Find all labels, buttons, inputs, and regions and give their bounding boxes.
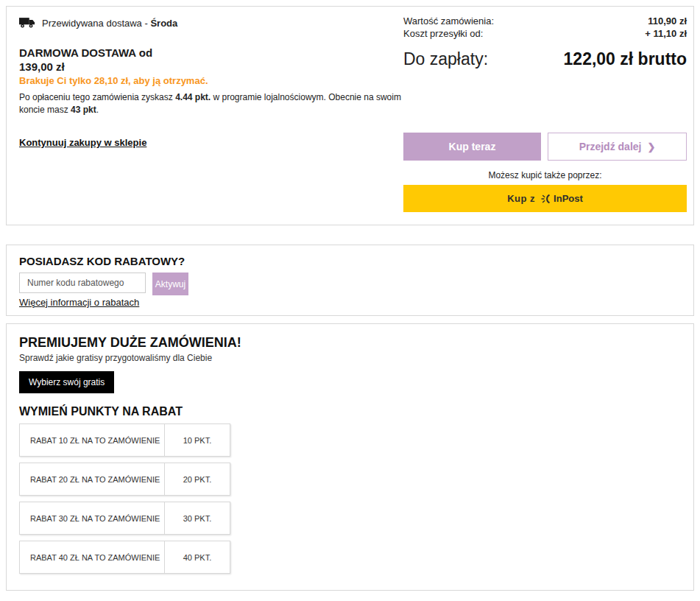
- discount-code-title: POSIADASZ KOD RABATOWY?: [19, 255, 185, 267]
- shipping-cost-value: + 11,10 zł: [645, 28, 687, 39]
- activate-code-button[interactable]: Aktywuj: [152, 273, 188, 295]
- checkout-buttons-row: Kup teraz Przejdź dalej ❯: [403, 133, 687, 161]
- points-options-list: RABAT 10 ZŁ NA TO ZAMÓWIENIE 10 PKT. RAB…: [19, 423, 230, 580]
- delivery-info: Przewidywana dostawa - Środa: [19, 17, 177, 29]
- rewards-subtitle: Sprawdź jakie gratisy przygotowaliśmy dl…: [19, 353, 212, 363]
- order-value: 110,90 zł: [648, 15, 687, 27]
- total-row: Do zapłaty: 122,00 zł brutto: [403, 49, 687, 69]
- loyalty-points-earned: 4.44 pkt.: [175, 92, 211, 102]
- rewards-title: PREMIUJEMY DUŻE ZAMÓWIENIA!: [19, 335, 241, 351]
- points-option-row[interactable]: RABAT 10 ZŁ NA TO ZAMÓWIENIE 10 PKT.: [19, 423, 230, 457]
- chevron-right-icon: ❯: [647, 142, 655, 152]
- proceed-button[interactable]: Przejdź dalej ❯: [548, 133, 687, 161]
- loyalty-text-after: .: [96, 105, 99, 115]
- proceed-label: Przejdź dalej: [579, 141, 642, 152]
- rebate-points: 20 PKT.: [165, 463, 230, 495]
- buy-with-inpost-button[interactable]: Kup z InPost: [403, 185, 687, 212]
- delivery-day: Środa: [150, 18, 177, 29]
- rebate-label: RABAT 20 ZŁ NA TO ZAMÓWIENIE: [20, 463, 165, 495]
- missing-amount-note: Brakuje Ci tylko 28,10 zł, aby ją otrzym…: [19, 75, 208, 86]
- points-option-row[interactable]: RABAT 20 ZŁ NA TO ZAMÓWIENIE 20 PKT.: [19, 463, 230, 496]
- order-value-label: Wartość zamówienia:: [403, 15, 494, 27]
- rewards-card: PREMIUJEMY DUŻE ZAMÓWIENIA! Sprawdź jaki…: [6, 323, 694, 591]
- inpost-brand-text: InPost: [554, 193, 583, 204]
- discount-code-row: Aktywuj: [19, 273, 188, 295]
- rebate-points: 40 PKT.: [165, 541, 230, 573]
- rebate-points: 30 PKT.: [165, 502, 230, 534]
- discount-code-input[interactable]: [19, 273, 146, 293]
- choose-gift-button[interactable]: Wybierz swój gratis: [19, 371, 114, 393]
- shipping-cost-row: Koszt przesyłki od: + 11,10 zł: [403, 28, 687, 39]
- order-summary-card: Przewidywana dostawa - Środa DARMOWA DOS…: [6, 6, 694, 225]
- total-label: Do zapłaty:: [403, 49, 488, 69]
- rebate-points: 10 PKT.: [165, 424, 230, 456]
- points-option-row[interactable]: RABAT 30 ZŁ NA TO ZAMÓWIENIE 30 PKT.: [19, 502, 230, 535]
- free-shipping-amount: 139,00 zł: [19, 60, 65, 73]
- alternative-payment-note: Możesz kupić także poprzez:: [403, 170, 687, 180]
- continue-shopping-link[interactable]: Kontynuuj zakupy w sklepie: [19, 137, 146, 148]
- buy-now-button[interactable]: Kup teraz: [403, 133, 541, 161]
- points-option-row[interactable]: RABAT 40 ZŁ NA TO ZAMÓWIENIE 40 PKT.: [19, 541, 230, 574]
- total-value: 122,00 zł brutto: [564, 49, 687, 69]
- delivery-text: Przewidywana dostawa - Środa: [42, 18, 177, 29]
- loyalty-points-balance: 43 pkt: [71, 105, 96, 115]
- delivery-label: Przewidywana dostawa -: [42, 18, 148, 29]
- exchange-points-title: WYMIEŃ PUNKTY NA RABAT: [19, 405, 183, 418]
- discount-code-card: POSIADASZ KOD RABATOWY? Aktywuj Więcej i…: [6, 245, 694, 316]
- inpost-starburst-icon: [541, 193, 553, 205]
- discount-info-link[interactable]: Więcej informacji o rabatach: [19, 297, 139, 308]
- shipping-cost-label: Koszt przesyłki od:: [403, 28, 483, 39]
- truck-icon: [19, 17, 35, 29]
- rebate-label: RABAT 30 ZŁ NA TO ZAMÓWIENIE: [20, 502, 165, 534]
- loyalty-text-before: Po opłaceniu tego zamówienia zyskasz: [19, 92, 175, 102]
- order-value-row: Wartość zamówienia: 110,90 zł: [403, 15, 687, 27]
- inpost-button-label: Kup z: [507, 193, 535, 204]
- rebate-label: RABAT 10 ZŁ NA TO ZAMÓWIENIE: [20, 424, 165, 456]
- free-shipping-title: DARMOWA DOSTAWA od: [19, 46, 152, 59]
- loyalty-program-note: Po opłaceniu tego zamówienia zyskasz 4.4…: [19, 91, 409, 117]
- rebate-label: RABAT 40 ZŁ NA TO ZAMÓWIENIE: [20, 541, 165, 573]
- inpost-logo: InPost: [541, 193, 583, 205]
- checkout-page: Przewidywana dostawa - Środa DARMOWA DOS…: [0, 0, 700, 601]
